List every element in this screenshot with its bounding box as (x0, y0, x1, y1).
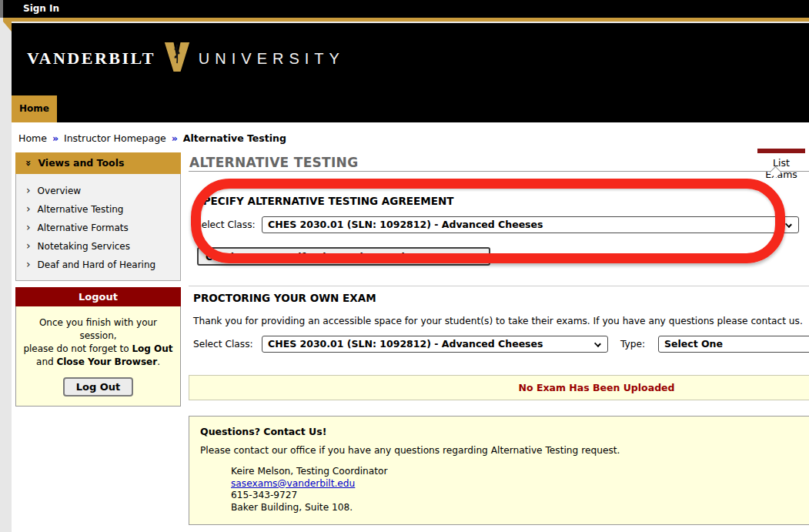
logout-text-line2: please do not forget to Log Out (23, 343, 172, 354)
sidebar-header[interactable]: »Views and Tools (15, 152, 181, 174)
chevron-right-icon: › (26, 202, 31, 215)
chevron-right-icon: › (26, 184, 31, 196)
logout-panel-body: Once you finish with your session, pleas… (15, 306, 181, 407)
contact-name: Keire Melson, Testing Coordinator (231, 466, 809, 478)
proctoring-section-heading: PROCTORING YOUR OWN EXAM (193, 292, 376, 304)
vanderbilt-logo[interactable]: VANDERBILT UNIVERSITY (27, 42, 345, 75)
sidebar-item-alternative-formats[interactable]: ›Alternative Formats (16, 218, 180, 236)
section-divider (189, 286, 809, 286)
logout-text-line3: and Close Your Browser. (36, 356, 160, 367)
chevron-down-icon (594, 340, 601, 347)
sidebar-views-and-tools: »Views and Tools ›Overview ›Alternative … (15, 152, 181, 281)
breadcrumb-home[interactable]: Home (18, 132, 47, 144)
type-select-dropdown[interactable]: Select One (658, 336, 809, 353)
contact-intro: Please contact our office if you have an… (200, 445, 809, 456)
sidebar-item-notetaking-services[interactable]: ›Notetaking Services (16, 236, 180, 255)
logout-panel: Logout Once you finish with your session… (15, 287, 181, 407)
sign-in-link[interactable]: Sign In (23, 3, 59, 14)
contact-address: Baker Building, Suite 108. (231, 502, 809, 514)
page-title: ALTERNATIVE TESTING (189, 155, 358, 170)
primary-nav-bar: Home (12, 94, 809, 122)
contact-details: Keire Melson, Testing Coordinator sasexa… (231, 466, 809, 514)
gold-divider-line (3, 18, 809, 22)
proctoring-class-select-dropdown[interactable]: CHES 2030.01 (SLN: 1092812) - Advanced C… (262, 336, 608, 353)
breadcrumb-separator-icon: » (52, 132, 59, 144)
tab-list-exams[interactable]: List Exams (757, 157, 805, 180)
logout-panel-header: Logout (15, 287, 181, 306)
sidebar-item-alternative-testing[interactable]: ›Alternative Testing (16, 199, 180, 218)
select-class-label: Select Class: (193, 339, 253, 350)
type-select-value: Select One (664, 338, 723, 350)
chevron-right-icon: › (26, 258, 31, 270)
wordmark-vanderbilt: VANDERBILT (27, 49, 155, 69)
breadcrumb: Home»Instructor Homepage»Alternative Tes… (18, 132, 286, 144)
continue-to-specify-button[interactable]: Continue to Specify Alternative Testing … (197, 247, 490, 266)
sidebar-header-label: Views and Tools (38, 157, 124, 169)
gold-corner-fold (3, 22, 12, 32)
class-select-value: CHES 2030.01 (SLN: 1092812) - Advanced C… (268, 219, 543, 230)
sidebar-item-overview[interactable]: ›Overview (16, 181, 180, 199)
sidebar-item-label: Notetaking Services (38, 241, 130, 252)
sidebar-item-label: Overview (38, 186, 82, 196)
logout-text-line1: Once you finish with your session, (39, 317, 157, 341)
masthead: VANDERBILT UNIVERSITY (12, 23, 809, 94)
sidebar-item-label: Alternative Formats (38, 223, 129, 233)
main-content: ALTERNATIVE TESTING List Exams SPECIFY A… (189, 149, 809, 532)
collapse-double-chevron-icon: » (18, 160, 39, 166)
vanderbilt-v-emblem-icon (163, 42, 191, 75)
tab-home[interactable]: Home (12, 95, 59, 122)
log-out-button[interactable]: Log Out (63, 377, 134, 396)
chevron-down-icon (785, 221, 792, 228)
contact-panel: Questions? Contact Us! Please contact ou… (189, 416, 809, 525)
contact-heading: Questions? Contact Us! (200, 426, 809, 437)
sidebar-item-label: Deaf and Hard of Hearing (38, 259, 156, 270)
top-bar: Sign In (3, 0, 809, 18)
class-select-value: CHES 2030.01 (SLN: 1092812) - Advanced C… (268, 338, 543, 350)
sidebar-item-deaf-and-hard-of-hearing[interactable]: ›Deaf and Hard of Hearing (16, 255, 180, 273)
contact-phone: 615-343-9727 (231, 490, 809, 502)
contact-email-link[interactable]: sasexams@vanderbilt.edu (231, 478, 355, 489)
wordmark-university: UNIVERSITY (199, 50, 345, 68)
list-exams-tab-indicator (757, 149, 805, 153)
proctoring-intro-text: Thank you for providing an accessible sp… (193, 316, 803, 326)
breadcrumb-current-page: Alternative Testing (183, 132, 286, 144)
title-rule (189, 171, 809, 172)
class-select-dropdown[interactable]: CHES 2030.01 (SLN: 1092812) - Advanced C… (262, 216, 799, 233)
specify-section-heading: SPECIFY ALTERNATIVE TESTING AGREEMENT (196, 195, 453, 207)
chevron-right-icon: › (26, 221, 31, 233)
sidebar-item-label: Alternative Testing (38, 204, 124, 215)
breadcrumb-separator-icon: » (172, 132, 178, 144)
sidebar-menu: ›Overview ›Alternative Testing ›Alternat… (15, 174, 181, 281)
select-class-label: Select Class: (196, 219, 256, 230)
chevron-right-icon: › (26, 239, 31, 252)
breadcrumb-instructor-homepage[interactable]: Instructor Homepage (64, 132, 166, 144)
type-label: Type: (620, 339, 645, 350)
no-exam-status-bar: No Exam Has Been Uploaded (189, 375, 809, 400)
